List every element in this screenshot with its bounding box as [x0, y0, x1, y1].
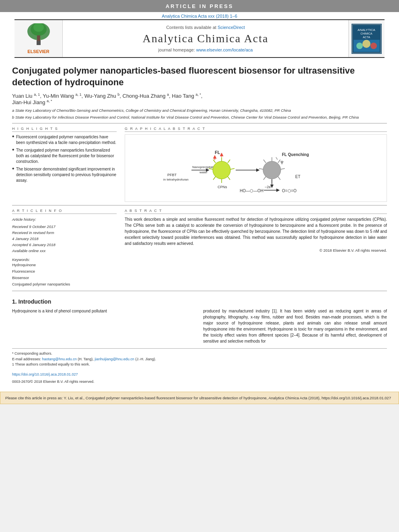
author-jiang: Jian-Hui Jiang a, *	[12, 99, 52, 105]
svg-line-21	[228, 160, 230, 163]
svg-line-40	[263, 160, 266, 163]
keyword-4: Conjugated polymer nanoparticles	[12, 281, 117, 288]
article-info-heading: A R T I C L E I N F O	[12, 209, 117, 214]
divider-1	[12, 123, 387, 123]
abstract-copyright: © 2018 Elsevier B.V. All rights reserved…	[125, 248, 387, 253]
svg-point-19	[213, 161, 230, 179]
elsevier-tree-icon	[23, 23, 55, 47]
available-online: Available online xxx	[12, 248, 117, 254]
aca-logo-image: ANALYTICA CHIMICA ACTA	[352, 24, 382, 54]
revised-date: 4 January 2018	[12, 236, 117, 242]
svg-line-25	[213, 177, 216, 180]
banner-text: ARTICLE IN PRESS	[166, 3, 234, 9]
intro-text-right: produced by manufactured industry [1]. I…	[203, 308, 387, 344]
article-in-press-banner: ARTICLE IN PRESS	[0, 0, 399, 12]
svg-text:O=⬡=O: O=⬡=O	[282, 189, 296, 193]
affiliation-a: a State Key Laboratory of Chemo/Bio-Sens…	[12, 108, 387, 113]
graphical-abstract-image: PFBT in tetrahydrofuran Nanoprecipitatio…	[125, 134, 387, 202]
highlight-item-3: The biosensor demonstrated significant i…	[12, 166, 117, 183]
svg-point-32	[263, 161, 281, 179]
svg-line-38	[263, 177, 266, 180]
journal-center-area: Contents lists available at ScienceDirec…	[63, 20, 348, 57]
highlights-column: H I G H L I G H T S Fluorescent conjugat…	[12, 127, 117, 202]
introduction-section: 1. Introduction Hydroquinone is a kind o…	[0, 298, 399, 388]
svg-text:FL Quenching: FL Quenching	[282, 152, 309, 157]
svg-line-39	[259, 168, 263, 169]
svg-line-36	[278, 177, 280, 180]
graphical-abstract-svg: PFBT in tetrahydrofuran Nanoprecipitatio…	[128, 138, 383, 198]
citation-bar: Please cite this article in press as: Y.…	[0, 392, 399, 404]
divider-3	[12, 291, 387, 291]
journal-header: ELSEVIER Contents lists available at Sci…	[14, 19, 385, 58]
svg-text:in tetrahydrofuran: in tetrahydrofuran	[163, 178, 189, 181]
svg-text:HO—⬡—OH: HO—⬡—OH	[240, 189, 263, 193]
footnote-emails: E-mail addresses: haotang@hnu.edu.cn (H.…	[12, 357, 387, 362]
article-history-title: Article history:	[12, 216, 117, 222]
graphical-abstract-column: G R A P H I C A L A B S T R A C T PFBT i…	[125, 127, 387, 202]
footnotes-section: * Corresponding authors. E-mail addresse…	[12, 348, 387, 368]
highlights-list: Fluorescent conjugated polymer nanoparti…	[12, 134, 117, 183]
abstract-text: This work describes a simple and sensiti…	[125, 216, 387, 246]
keywords-list: Hydroquinone Fluorescence Biosensor Conj…	[12, 262, 117, 288]
svg-text:−2e⁻: −2e⁻	[265, 185, 273, 189]
info-abstract-section: A R T I C L E I N F O Article history: R…	[12, 209, 387, 288]
svg-line-23	[228, 177, 230, 180]
journal-logo-right: ANALYTICA CHIMICA ACTA	[348, 20, 385, 57]
homepage-link[interactable]: www.elsevier.com/locate/aca	[196, 47, 253, 52]
svg-line-43	[276, 157, 278, 160]
keyword-2: Fluorescence	[12, 268, 117, 275]
keyword-3: Biosensor	[12, 275, 117, 281]
keywords-section: Keywords: Hydroquinone Fluorescence Bios…	[12, 257, 117, 288]
abstract-heading: A B S T R A C T	[125, 209, 387, 214]
keywords-title: Keywords:	[12, 257, 117, 262]
svg-point-3	[33, 23, 44, 32]
article-info-column: A R T I C L E I N F O Article history: R…	[12, 209, 117, 288]
abstract-column: A B S T R A C T This work describes a si…	[125, 209, 387, 288]
journal-title: Analytica Chimica Acta	[142, 32, 268, 45]
divider-2	[12, 205, 387, 205]
highlight-item-2: The conjugated polymer nanoparticles fun…	[12, 148, 117, 164]
elsevier-logo-area: ELSEVIER	[14, 20, 63, 57]
author-yuan-liu: Yuan Liu a, 1, Yu-Min Wang a, 1, Wu-Yang…	[12, 93, 202, 99]
footnote-contributed: 1 These authors contributed equally to t…	[12, 362, 387, 368]
svg-text:PFBT: PFBT	[167, 173, 177, 177]
received-date: Received 9 October 2017	[12, 224, 117, 230]
article-history: Article history: Received 9 October 2017…	[12, 216, 117, 254]
elsevier-label: ELSEVIER	[27, 49, 49, 54]
email-link-jiang[interactable]: jianhuijiang@hnu.edu.cn	[95, 357, 134, 361]
sciencedirect-link[interactable]: ScienceDirect	[218, 25, 245, 30]
license-text: 0003-2670/© 2018 Elsevier B.V. All right…	[12, 380, 94, 384]
accepted-date: Accepted 6 January 2018	[12, 242, 117, 248]
citation-text: Please cite this article in press as: Y.…	[5, 395, 394, 401]
highlights-graphical-section: H I G H L I G H T S Fluorescent conjugat…	[12, 127, 387, 202]
article-content: Conjugated polymer nanoparticles-based f…	[0, 58, 399, 298]
svg-line-35	[281, 168, 285, 169]
svg-point-13	[370, 43, 377, 49]
svg-text:water: water	[199, 170, 208, 174]
email-link-tang[interactable]: haotang@hnu.edu.cn	[42, 357, 77, 361]
svg-line-22	[230, 168, 234, 169]
received-revised-label: Received in revised form	[12, 230, 117, 236]
svg-point-12	[362, 40, 370, 48]
svg-text:ET: ET	[295, 175, 300, 179]
svg-text:FL: FL	[215, 150, 220, 155]
keyword-1: Hydroquinone	[12, 262, 117, 268]
intro-text-left: Hydroquinone is a kind of phenol compoun…	[12, 308, 196, 314]
svg-point-11	[356, 43, 363, 49]
svg-text:CHIMICA: CHIMICA	[360, 32, 372, 35]
affiliation-b: b State Key Laboratory for Infectious Di…	[12, 115, 387, 120]
intro-col-right: produced by manufactured industry [1]. I…	[203, 308, 387, 344]
footnote-corresponding: * Corresponding authors.	[12, 351, 387, 357]
svg-line-27	[213, 160, 216, 163]
graphical-abstract-heading: G R A P H I C A L A B S T R A C T	[125, 127, 387, 132]
intro-heading: 1. Introduction	[12, 298, 387, 305]
svg-line-34	[278, 160, 280, 163]
journal-reference: Analytica Chimica Acta xxx (2018) 1–6	[0, 12, 399, 19]
svg-text:ACTA: ACTA	[363, 36, 370, 39]
authors-line: Yuan Liu a, 1, Yu-Min Wang a, 1, Wu-Yang…	[12, 92, 387, 105]
svg-rect-4	[37, 35, 40, 41]
intro-col-left: Hydroquinone is a kind of phenol compoun…	[12, 308, 196, 344]
doi-link[interactable]: https://doi.org/10.1016/j.aca.2018.01.02…	[12, 372, 78, 376]
sciencedirect-line: Contents lists available at ScienceDirec…	[166, 25, 245, 30]
doi-section: https://doi.org/10.1016/j.aca.2018.01.02…	[12, 370, 387, 384]
